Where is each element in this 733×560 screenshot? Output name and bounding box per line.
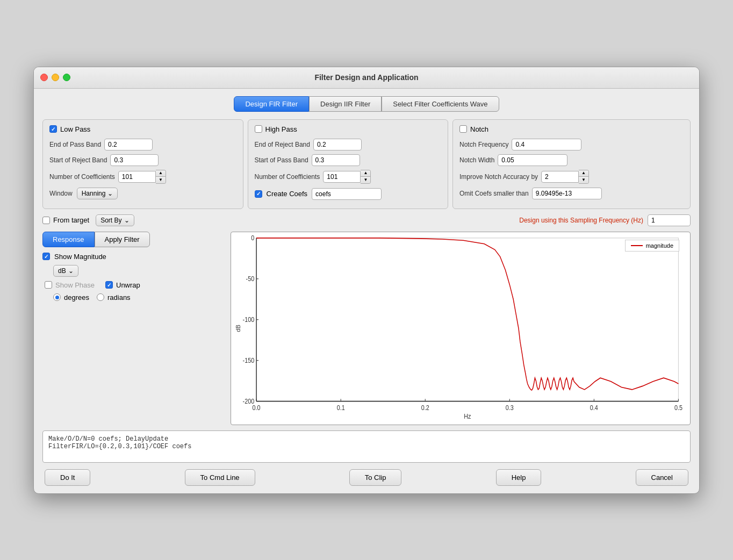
cancel-button[interactable]: Cancel — [636, 469, 688, 486]
show-magnitude-label: Show Magnitude — [54, 253, 106, 261]
radians-radio[interactable] — [97, 293, 104, 301]
improve-notch-up[interactable]: ▲ — [579, 170, 588, 177]
show-phase-wrap: Show Phase — [45, 281, 95, 289]
high-pass-label: High Pass — [265, 125, 297, 133]
bottom-buttons: Do It To Cmd Line To Clip Help Cancel — [42, 469, 691, 486]
notch-width-row: Notch Width — [459, 154, 684, 166]
svg-text:-50: -50 — [246, 275, 255, 282]
sampling-label: Design using this Sampling Frequency (Hz… — [519, 217, 643, 224]
db-select[interactable]: dB ⌄ — [53, 265, 78, 277]
notch-header: Notch — [459, 125, 684, 133]
end-reject-band-input[interactable] — [313, 139, 362, 150]
window-chevron-icon: ⌄ — [107, 190, 113, 197]
hp-num-coef-down[interactable]: ▼ — [361, 177, 370, 183]
to-cmd-line-button[interactable]: To Cmd Line — [185, 469, 255, 486]
hp-num-coefficients-label: Number of Coefficients — [255, 173, 320, 181]
improve-notch-input[interactable] — [541, 171, 579, 183]
hp-start-pass-band-row: Start of Pass Band — [255, 154, 442, 166]
hp-num-coefficients-input[interactable] — [323, 171, 361, 183]
improve-notch-down[interactable]: ▼ — [579, 177, 588, 183]
minimize-button[interactable] — [52, 74, 59, 81]
svg-text:-150: -150 — [243, 357, 255, 364]
traffic-lights — [40, 74, 70, 81]
end-reject-band-row: End of Reject Band — [255, 139, 442, 150]
degrees-radians-row: degrees radians — [53, 293, 225, 301]
notch-frequency-row: Notch Frequency — [459, 139, 684, 150]
omit-coefs-input[interactable] — [532, 188, 602, 199]
notch-width-label: Notch Width — [459, 156, 494, 164]
create-coefs-checkbox[interactable] — [255, 190, 262, 198]
hp-num-coef-up[interactable]: ▲ — [361, 170, 370, 177]
show-magnitude-checkbox[interactable] — [42, 253, 50, 260]
sampling-input[interactable] — [648, 214, 691, 226]
show-phase-row: Show Phase Unwrap — [45, 281, 225, 289]
end-pass-band-input[interactable] — [104, 139, 153, 150]
from-target-label: From target — [53, 216, 89, 224]
show-phase-label: Show Phase — [55, 281, 95, 289]
high-pass-header: High Pass — [255, 125, 442, 133]
notch-frequency-input[interactable] — [512, 139, 581, 150]
end-reject-band-label: End of Reject Band — [255, 141, 310, 148]
from-target-checkbox[interactable] — [42, 217, 50, 224]
low-pass-checkbox[interactable] — [49, 125, 57, 133]
chart-container: dB magnitude 0 -50 — [231, 232, 691, 425]
sort-by-select[interactable]: Sort By ⌄ — [96, 214, 134, 226]
lp-num-coef-up[interactable]: ▲ — [156, 170, 166, 177]
tab-select-filter[interactable]: Select Filter Coefficients Wave — [382, 96, 499, 112]
high-pass-panel: High Pass End of Reject Band Start of Pa… — [248, 119, 449, 209]
start-reject-band-row: Start of Reject Band — [49, 154, 236, 166]
close-button[interactable] — [40, 74, 48, 81]
filters-row: Low Pass End of Pass Band Start of Rejec… — [42, 119, 691, 209]
svg-text:0.0: 0.0 — [253, 404, 261, 411]
lp-num-coefficients-input[interactable] — [118, 171, 156, 183]
show-phase-checkbox[interactable] — [45, 281, 52, 289]
sort-by-chevron-icon: ⌄ — [124, 217, 130, 224]
radians-label: radians — [107, 293, 131, 301]
window-select[interactable]: Hanning ⌄ — [77, 188, 118, 199]
end-pass-band-label: End of Pass Band — [49, 141, 101, 148]
create-coefs-label: Create Coefs — [267, 190, 308, 198]
legend-label: magnitude — [646, 242, 673, 249]
lp-num-coef-down[interactable]: ▼ — [156, 177, 166, 183]
from-target-wrap: From target — [42, 216, 89, 224]
window-label: Window — [49, 190, 73, 197]
do-it-button[interactable]: Do It — [45, 469, 90, 486]
coefs-name-input[interactable] — [312, 188, 382, 200]
lp-num-coefficients-label: Number of Coefficients — [49, 173, 115, 181]
notch-checkbox[interactable] — [459, 125, 467, 133]
response-apply-tabs: Response Apply Filter — [42, 232, 225, 247]
low-pass-label: Low Pass — [60, 125, 90, 133]
improve-notch-spinner-btns: ▲ ▼ — [579, 170, 589, 184]
svg-text:0.4: 0.4 — [590, 404, 598, 411]
notch-width-input[interactable] — [498, 154, 567, 166]
start-reject-band-input[interactable] — [110, 154, 159, 166]
db-select-row: dB ⌄ — [53, 265, 225, 277]
apply-filter-tab[interactable]: Apply Filter — [95, 232, 150, 247]
tab-design-iir[interactable]: Design IIR Filter — [309, 96, 382, 112]
svg-rect-0 — [256, 238, 678, 401]
svg-text:0.3: 0.3 — [506, 404, 514, 411]
maximize-button[interactable] — [63, 74, 70, 81]
hp-num-coefficients-spinner: ▲ ▼ — [323, 170, 371, 184]
tab-design-fir[interactable]: Design FIR Filter — [234, 96, 309, 112]
hp-start-pass-band-input[interactable] — [312, 154, 360, 166]
help-button[interactable]: Help — [496, 469, 542, 486]
high-pass-checkbox[interactable] — [255, 125, 262, 133]
sort-by-label: Sort By — [100, 217, 121, 224]
hp-start-pass-band-label: Start of Pass Band — [255, 156, 308, 164]
omit-coefs-label: Omit Coefs smaller than — [459, 190, 529, 197]
omit-coefs-row: Omit Coefs smaller than — [459, 188, 684, 199]
degrees-wrap: degrees — [53, 293, 89, 301]
response-tab[interactable]: Response — [42, 232, 95, 247]
main-window: Filter Design and Application Design FIR… — [33, 67, 700, 494]
svg-text:0.1: 0.1 — [337, 404, 345, 411]
unwrap-checkbox[interactable] — [105, 281, 113, 289]
degrees-radio[interactable] — [53, 293, 61, 301]
svg-text:-200: -200 — [243, 398, 255, 405]
improve-notch-row: Improve Notch Accuracy by ▲ ▼ — [459, 170, 684, 184]
notch-frequency-label: Notch Frequency — [459, 141, 508, 148]
svg-text:-100: -100 — [243, 316, 255, 323]
to-clip-button[interactable]: To Clip — [349, 469, 402, 486]
create-coefs-row: Create Coefs — [255, 188, 442, 200]
command-box: Make/O/D/N=0 coefs; DelayUpdate FilterFI… — [42, 430, 691, 463]
